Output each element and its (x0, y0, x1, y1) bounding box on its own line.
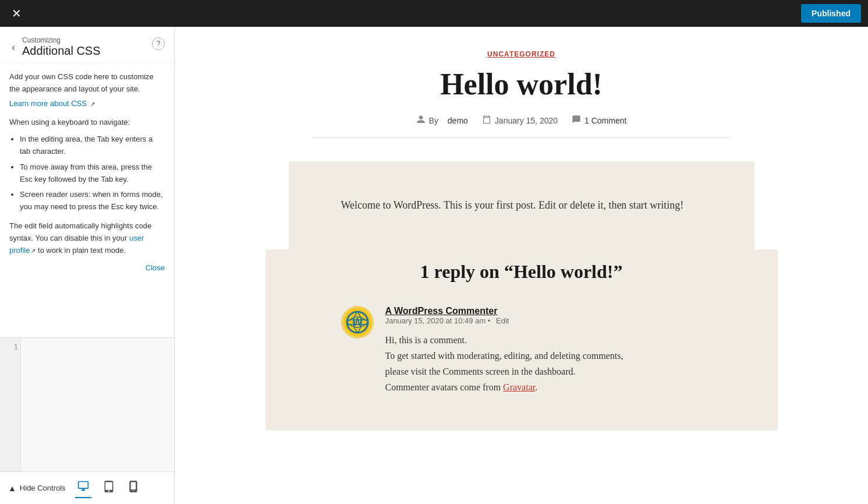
main-layout: ‹ Customizing Additional CSS ? Add your … (0, 27, 868, 504)
sidebar-title-group: Customizing Additional CSS (22, 36, 101, 58)
tablet-view-button[interactable] (101, 478, 117, 498)
preview-area: UNCATEGORIZED Hello world! By demo Janua… (175, 27, 868, 504)
keyboard-nav-list: In the editing area, the Tab key enters … (9, 133, 165, 213)
sidebar-bottom: ▲ Hide Controls (0, 471, 174, 504)
close-button[interactable]: ✕ (7, 5, 26, 22)
comment-content: A WordPress Commenter January 15, 2020 a… (385, 306, 702, 396)
learn-more-link[interactable]: Learn more about CSS (9, 99, 87, 108)
post-body-text: Welcome to WordPress. This is your first… (341, 196, 702, 214)
comments-title: 1 reply on “Hello world!” (341, 261, 702, 283)
author-meta: By demo (416, 115, 468, 126)
comments-inner: 1 reply on “Hello world!” W (318, 261, 725, 396)
calendar-icon (482, 115, 491, 126)
author-prefix: By (429, 116, 438, 125)
author-icon (416, 115, 426, 126)
css-input[interactable] (21, 338, 174, 471)
mobile-view-button[interactable] (126, 478, 140, 498)
back-button[interactable]: ‹ (9, 40, 17, 55)
post-date: January 15, 2020 (495, 116, 558, 125)
keyboard-item-2: To move away from this area, press the E… (20, 161, 165, 186)
top-bar: ✕ Published (0, 0, 868, 27)
sidebar-header-left: ‹ Customizing Additional CSS (9, 36, 101, 58)
comment-edit-link[interactable]: Edit (496, 316, 509, 325)
sidebar-content: Add your own CSS code here to customize … (0, 63, 174, 337)
post-body-inner: Welcome to WordPress. This is your first… (318, 196, 725, 249)
published-button[interactable]: Published (801, 4, 861, 23)
post-title: Hello world! (312, 68, 731, 101)
line-number-1: 1 (2, 343, 18, 351)
comment-icon (572, 115, 581, 126)
hide-controls-label: Hide Controls (20, 484, 66, 492)
keyboard-item-3: Screen reader users: when in forms mode,… (20, 189, 165, 213)
comment-item: W A WordPress Commenter (341, 306, 702, 396)
comment-text: Hi, this is a comment. To get started wi… (385, 332, 702, 396)
description-text: Add your own CSS code here to customize … (9, 71, 165, 96)
keyboard-heading: When using a keyboard to navigate: (9, 117, 165, 129)
comment-author-name[interactable]: A WordPress Commenter (385, 306, 702, 316)
keyboard-item-1: In the editing area, the Tab key enters … (20, 133, 165, 158)
desktop-view-button[interactable] (75, 478, 91, 498)
close-link[interactable]: Close (9, 262, 165, 274)
hide-controls-button[interactable]: ▲ Hide Controls (8, 484, 66, 493)
comment-date: January 15, 2020 at 10:49 am • Edit (385, 316, 702, 325)
external-link-icon: ↗ (90, 101, 95, 107)
post-body-section: Welcome to WordPress. This is your first… (289, 161, 754, 430)
comments-meta: 1 Comment (572, 115, 626, 126)
learn-more-text: Learn more about CSS ↗ (9, 98, 165, 110)
comments-section: 1 reply on “Hello world!” W (265, 249, 778, 431)
post-category[interactable]: UNCATEGORIZED (312, 50, 731, 58)
date-meta: January 15, 2020 (482, 115, 558, 126)
post-content: UNCATEGORIZED Hello world! By demo Janua… (289, 50, 754, 431)
auto-highlight-text: The edit field automatically highlights … (9, 220, 165, 256)
customizing-label: Customizing (22, 36, 101, 44)
gravatar-link[interactable]: Gravatar (503, 382, 535, 392)
additional-css-title: Additional CSS (22, 44, 101, 58)
author-link[interactable]: demo (448, 116, 468, 125)
hide-controls-icon: ▲ (8, 484, 16, 493)
post-meta: By demo January 15, 2020 1 Comment (312, 115, 731, 138)
help-button[interactable]: ? (152, 37, 165, 50)
line-numbers: 1 (0, 338, 21, 471)
comments-link[interactable]: 1 Comment (584, 116, 626, 125)
commenter-avatar: W (341, 306, 374, 339)
sidebar-header: ‹ Customizing Additional CSS ? (0, 27, 174, 63)
sidebar: ‹ Customizing Additional CSS ? Add your … (0, 27, 175, 504)
css-editor-area: 1 (0, 337, 174, 471)
